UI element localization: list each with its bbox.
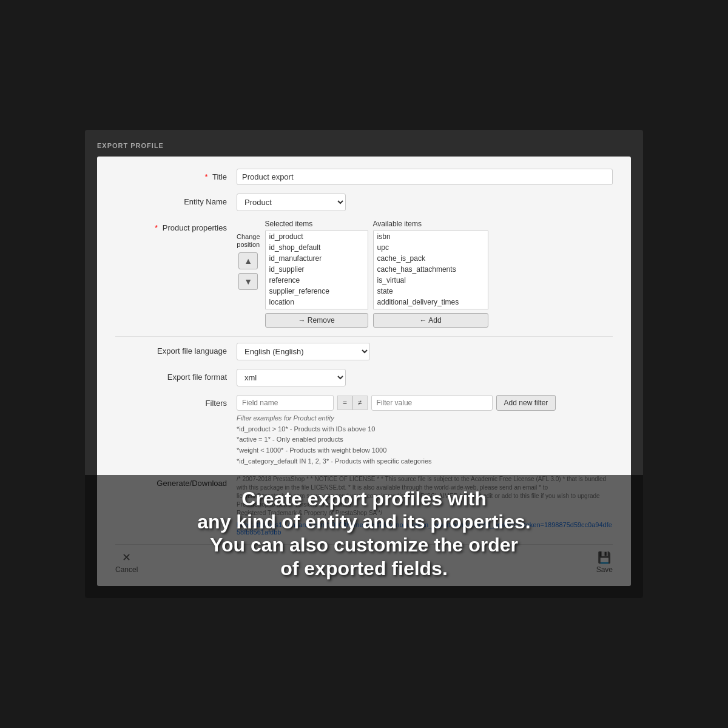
overlay-line1: Create export profiles with bbox=[103, 487, 625, 510]
list-item[interactable]: cache_has_attachments bbox=[374, 264, 488, 275]
overlay-line2: any kind of entity and its properties. bbox=[103, 510, 625, 533]
filter-example: *id_category_default IN 1, 2, 3* - Produ… bbox=[237, 456, 556, 467]
export-language-select[interactable]: English (English) bbox=[237, 343, 370, 360]
outer-container: EXPORT PROFILE * Title Entity Name Produ… bbox=[85, 130, 643, 598]
title-label: * Title bbox=[115, 169, 237, 181]
section-title: EXPORT PROFILE bbox=[97, 142, 631, 149]
selected-items-list[interactable]: id_product id_shop_default id_manufactur… bbox=[265, 231, 368, 309]
export-format-row: Export file format xml csv bbox=[115, 369, 613, 386]
filter-examples-label: Filter examples for Product entity bbox=[237, 414, 556, 422]
entity-name-select[interactable]: Product Order Customer Category bbox=[237, 194, 346, 211]
change-position-col: Changeposition ▲ ▼ bbox=[237, 220, 260, 328]
list-item[interactable]: isbn bbox=[374, 231, 488, 242]
list-item[interactable]: id_shop_default bbox=[266, 242, 368, 253]
filter-example: *weight < 1000* - Products with weight b… bbox=[237, 445, 556, 456]
title-input[interactable] bbox=[237, 169, 613, 185]
filters-content: = ≠ Add new filter Filter examples for P… bbox=[237, 395, 556, 467]
available-items-header: Available items bbox=[373, 220, 488, 228]
title-row: * Title bbox=[115, 169, 613, 185]
list-item[interactable]: id_product bbox=[266, 231, 368, 242]
required-star: * bbox=[204, 172, 207, 181]
list-item[interactable]: is_virtual bbox=[374, 275, 488, 286]
export-language-label: Export file language bbox=[115, 343, 237, 356]
filter-ops: = ≠ bbox=[337, 396, 368, 410]
required-star-props: * bbox=[155, 223, 158, 232]
entity-name-row: Entity Name Product Order Customer Categ… bbox=[115, 194, 613, 211]
overlay-line4: of exported fields. bbox=[103, 557, 625, 580]
export-format-label: Export file format bbox=[115, 369, 237, 382]
product-props-label: * Product properties bbox=[115, 220, 237, 232]
filter-value-input[interactable] bbox=[371, 395, 493, 411]
add-filter-button[interactable]: Add new filter bbox=[496, 395, 556, 411]
list-item[interactable]: upc bbox=[374, 242, 488, 253]
list-item[interactable]: width bbox=[266, 308, 368, 309]
remove-button[interactable]: → Remove bbox=[265, 313, 368, 328]
filter-op-eq[interactable]: = bbox=[337, 396, 352, 410]
list-item[interactable]: supplier_reference bbox=[266, 286, 368, 297]
list-item[interactable]: additional_delivery_times bbox=[374, 297, 488, 308]
filters-row-container: Filters = ≠ Add new filter Filter exampl… bbox=[115, 395, 613, 467]
filters-input-row: = ≠ Add new filter bbox=[237, 395, 556, 411]
selected-items-section: Selected items id_product id_shop_defaul… bbox=[265, 220, 368, 328]
move-down-button[interactable]: ▼ bbox=[238, 273, 258, 290]
add-button[interactable]: ← Add bbox=[373, 313, 488, 328]
filters-label: Filters bbox=[115, 395, 237, 408]
overlay-line3: You can also customize the order bbox=[103, 533, 625, 556]
list-item[interactable]: location bbox=[266, 297, 368, 308]
filter-example-items: *id_product > 10* - Products with IDs ab… bbox=[237, 424, 556, 467]
list-item[interactable]: reference bbox=[266, 275, 368, 286]
available-items-section: Available items isbn upc cache_is_pack c… bbox=[373, 220, 488, 328]
move-up-button[interactable]: ▲ bbox=[238, 252, 258, 269]
export-format-select[interactable]: xml csv bbox=[237, 369, 346, 386]
product-properties-row: * Product properties Changeposition ▲ ▼ … bbox=[115, 220, 613, 328]
list-item[interactable]: state bbox=[374, 286, 488, 297]
list-item[interactable]: id_manufacturer bbox=[266, 253, 368, 264]
filter-example: *id_product > 10* - Products with IDs ab… bbox=[237, 424, 556, 435]
selected-items-header: Selected items bbox=[265, 220, 368, 228]
props-content: Changeposition ▲ ▼ Selected items id_pro… bbox=[237, 220, 613, 328]
available-items-list[interactable]: isbn upc cache_is_pack cache_has_attachm… bbox=[373, 231, 488, 309]
filter-field-input[interactable] bbox=[237, 395, 334, 411]
change-position-label: Changeposition bbox=[237, 233, 260, 249]
filter-op-neq[interactable]: ≠ bbox=[352, 396, 368, 410]
filter-example: *active = 1* - Only enabled products bbox=[237, 434, 556, 445]
list-item[interactable]: id_supplier bbox=[266, 264, 368, 275]
entity-name-label: Entity Name bbox=[115, 194, 237, 206]
overlay-text: Create export profiles with any kind of … bbox=[85, 475, 643, 599]
list-item[interactable]: cache_is_pack bbox=[374, 253, 488, 264]
export-language-row: Export file language English (English) bbox=[115, 343, 613, 360]
list-item[interactable]: delivery_in_stock bbox=[374, 308, 488, 309]
